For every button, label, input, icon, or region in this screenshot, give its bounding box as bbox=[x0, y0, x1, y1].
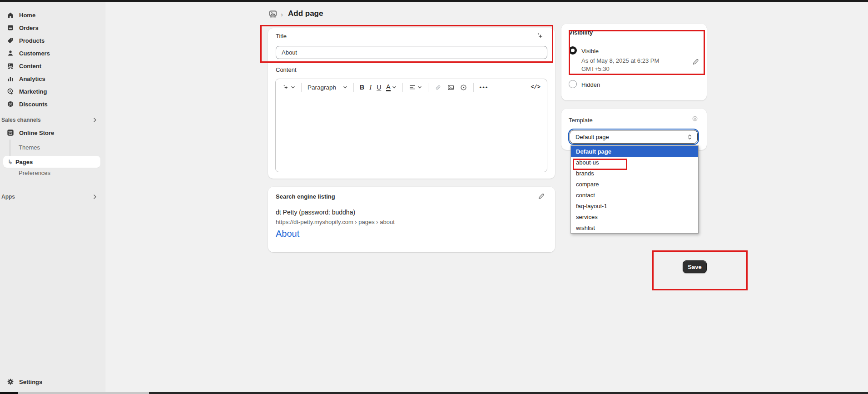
chevron-right-icon[interactable] bbox=[92, 194, 98, 199]
template-label: Template bbox=[569, 117, 593, 124]
breadcrumb-separator: › bbox=[281, 10, 283, 18]
sidebar-item-analytics[interactable]: Analytics bbox=[2, 72, 102, 85]
visible-label: Visible bbox=[581, 48, 599, 55]
editor-content-area[interactable] bbox=[276, 95, 547, 172]
dropdown-option-faq-layout-1[interactable]: faq-layout-1 bbox=[571, 200, 698, 211]
sidebar-item-preferences[interactable]: Preferences bbox=[19, 170, 50, 176]
magic-sparkle-icon[interactable] bbox=[536, 32, 544, 40]
title-label: Title bbox=[276, 33, 287, 40]
insert-image-icon[interactable] bbox=[445, 82, 456, 93]
visibility-card: Visibility Visible As of May 8, 2025 at … bbox=[561, 24, 707, 100]
bold-button[interactable]: B bbox=[358, 82, 366, 92]
toolbar-divider bbox=[353, 83, 354, 92]
hidden-radio[interactable] bbox=[569, 80, 577, 88]
orders-icon bbox=[6, 24, 15, 32]
sidebar-item-products[interactable]: Products bbox=[2, 34, 102, 47]
sidebar-item-pages-active[interactable]: ↳ Pages bbox=[3, 156, 100, 168]
visible-date-note: As of May 8, 2025 at 6:23 PM GMT+5:30 bbox=[581, 57, 665, 73]
sidebar-item-label: Home bbox=[19, 12, 35, 19]
link-icon[interactable] bbox=[432, 82, 444, 93]
toolbar-divider bbox=[402, 83, 403, 92]
chevron-down-icon bbox=[343, 85, 347, 90]
content-icon bbox=[6, 62, 15, 70]
sidebar-item-label: Marketing bbox=[19, 88, 47, 95]
visibility-heading: Visibility bbox=[569, 29, 593, 36]
seo-page-title-link[interactable]: About bbox=[276, 229, 299, 239]
chevron-down-icon bbox=[392, 85, 397, 90]
template-select[interactable]: Default page bbox=[570, 130, 698, 144]
gear-icon bbox=[6, 378, 15, 386]
window-bottom-edge bbox=[0, 392, 868, 394]
dropdown-option-brands[interactable]: brands bbox=[571, 168, 698, 179]
tree-arrow-icon: ↳ bbox=[8, 159, 13, 165]
italic-button[interactable]: I bbox=[367, 82, 373, 93]
code-view-button[interactable]: </> bbox=[529, 83, 542, 92]
sidebar-item-label: Pages bbox=[15, 159, 33, 165]
paragraph-style-label: Paragraph bbox=[308, 84, 342, 91]
template-dropdown-list: Default page about-us brands compare con… bbox=[570, 145, 699, 234]
insert-video-icon[interactable] bbox=[458, 82, 469, 93]
view-eye-icon[interactable] bbox=[691, 115, 699, 122]
sidebar-item-label: Discounts bbox=[19, 101, 48, 108]
customers-icon bbox=[6, 49, 15, 57]
sidebar: Home Orders Products Customers Content A… bbox=[0, 2, 105, 392]
sidebar-item-settings[interactable]: Settings bbox=[2, 375, 102, 388]
sidebar-item-label: Customers bbox=[19, 50, 50, 57]
analytics-icon bbox=[6, 75, 15, 83]
sidebar-item-orders[interactable]: Orders bbox=[2, 21, 102, 34]
title-content-card: Title Content Paragraph B I U A bbox=[268, 28, 555, 179]
toolbar-divider bbox=[301, 83, 302, 92]
sidebar-item-label: Settings bbox=[19, 379, 42, 385]
alignment-button[interactable] bbox=[407, 82, 424, 92]
online-store-icon bbox=[6, 129, 15, 137]
toolbar-divider bbox=[428, 83, 428, 92]
toolbar-divider bbox=[473, 83, 474, 92]
more-options-button[interactable]: ••• bbox=[478, 83, 491, 92]
paragraph-style-dropdown[interactable]: Paragraph bbox=[306, 83, 349, 92]
template-card: Template Default page bbox=[561, 109, 707, 150]
select-updown-icon bbox=[687, 134, 693, 140]
editor-toolbar: Paragraph B I U A bbox=[276, 79, 547, 95]
visible-radio[interactable] bbox=[569, 46, 577, 55]
marketing-icon bbox=[6, 87, 15, 95]
edit-pencil-icon[interactable] bbox=[692, 58, 699, 65]
title-input[interactable] bbox=[276, 46, 547, 59]
sidebar-item-online-store[interactable]: Online Store bbox=[2, 126, 102, 139]
dropdown-option-contact[interactable]: contact bbox=[571, 190, 698, 200]
sidebar-item-content[interactable]: Content bbox=[2, 60, 102, 72]
dropdown-option-default-page[interactable]: Default page bbox=[571, 146, 698, 157]
apps-label: Apps bbox=[1, 194, 15, 200]
save-button[interactable]: Save bbox=[683, 260, 707, 273]
text-color-label: A bbox=[386, 84, 390, 91]
seo-card: Search engine listing dt Petty (password… bbox=[268, 187, 555, 252]
home-icon bbox=[6, 11, 15, 19]
seo-url: https://dt-petty.myshopify.com › pages ›… bbox=[276, 219, 395, 225]
page-breadcrumb-icon[interactable] bbox=[268, 10, 278, 19]
underline-button[interactable]: U bbox=[375, 82, 383, 92]
window-top-edge bbox=[0, 0, 868, 2]
bottom-edge-segment bbox=[0, 392, 18, 394]
seo-site-name: dt Petty (password: buddha) bbox=[276, 209, 355, 216]
shopify-admin-add-page: Home Orders Products Customers Content A… bbox=[0, 0, 868, 394]
edit-pencil-icon[interactable] bbox=[538, 193, 545, 200]
bottom-scrollbar-thumb[interactable] bbox=[18, 392, 149, 394]
sidebar-item-label: Online Store bbox=[19, 130, 54, 136]
page-title: Add page bbox=[288, 9, 323, 18]
sidebar-item-home[interactable]: Home bbox=[2, 9, 102, 21]
chevron-down-icon bbox=[291, 85, 295, 90]
rich-text-editor[interactable]: Paragraph B I U A bbox=[275, 79, 547, 172]
dropdown-option-about-us[interactable]: about-us bbox=[571, 157, 698, 168]
chevron-right-icon[interactable] bbox=[92, 117, 98, 123]
sidebar-item-label: Products bbox=[19, 37, 45, 44]
ai-sparkle-button[interactable] bbox=[280, 82, 297, 92]
sidebar-item-themes[interactable]: Themes bbox=[19, 144, 40, 151]
sidebar-item-label: Analytics bbox=[19, 75, 45, 82]
seo-heading: Search engine listing bbox=[276, 193, 335, 200]
sidebar-item-discounts[interactable]: Discounts bbox=[2, 98, 102, 110]
dropdown-option-compare[interactable]: compare bbox=[571, 179, 698, 190]
sidebar-item-marketing[interactable]: Marketing bbox=[2, 85, 102, 98]
sidebar-item-customers[interactable]: Customers bbox=[2, 47, 102, 60]
text-color-button[interactable]: A bbox=[384, 82, 398, 93]
dropdown-option-wishlist[interactable]: wishlist bbox=[571, 222, 698, 233]
dropdown-option-services[interactable]: services bbox=[571, 211, 698, 222]
